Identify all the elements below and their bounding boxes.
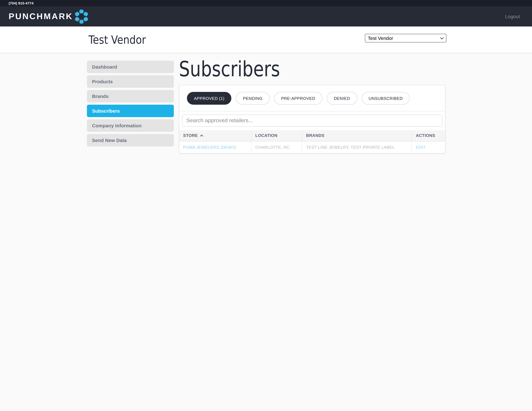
location-cell: CHARLOTTE, NC bbox=[251, 141, 302, 153]
vendor-select-value: Test Vendor bbox=[368, 36, 438, 41]
search-section bbox=[179, 111, 445, 130]
search-input[interactable] bbox=[182, 115, 442, 127]
edit-link[interactable]: EDIT bbox=[412, 141, 445, 153]
sidebar-item-brands[interactable]: Brands bbox=[87, 90, 174, 102]
top-phone-bar: (704) 910-4774 bbox=[0, 0, 532, 6]
punchmark-logo-icon bbox=[75, 9, 88, 24]
filter-denied[interactable]: DENIED bbox=[327, 92, 357, 105]
column-header-store[interactable]: STORE bbox=[179, 130, 251, 141]
filter-approved[interactable]: APPROVED (1) bbox=[187, 92, 231, 105]
phone-number: (704) 910-4774 bbox=[9, 1, 34, 5]
brand-logo[interactable]: PUNCHMARK bbox=[9, 9, 88, 24]
brand-wordmark: PUNCHMARK bbox=[9, 11, 73, 21]
brands-cell: TEST LINE JEWELRY, TEST PRIVATE LABEL bbox=[302, 141, 412, 153]
column-header-actions: ACTIONS bbox=[412, 130, 445, 141]
chevron-down-icon bbox=[440, 37, 444, 40]
page-title: Subscribers bbox=[179, 58, 280, 80]
subscribers-card: APPROVED (1) PENDING PRE-APPROVED DENIED… bbox=[179, 85, 446, 154]
sidebar-item-subscribers[interactable]: Subscribers bbox=[87, 105, 174, 117]
sidebar-nav: Dashboard Products Brands Subscribers Co… bbox=[87, 61, 174, 149]
sidebar-item-company-information[interactable]: Company Information bbox=[87, 119, 174, 132]
column-header-location[interactable]: LOCATION bbox=[251, 130, 302, 141]
sidebar-item-send-new-data[interactable]: Send New Data bbox=[87, 134, 174, 146]
filter-pending[interactable]: PENDING bbox=[236, 92, 270, 105]
filter-unsubscribed[interactable]: UNSUBSCRIBED bbox=[361, 92, 410, 105]
sidebar-item-products[interactable]: Products bbox=[87, 75, 174, 88]
subscribers-table: STORE LOCATION BRANDS ACTIONS P bbox=[179, 130, 445, 153]
table-row: PUMA JEWELERS (DEMO) CHARLOTTE, NC TEST … bbox=[179, 141, 445, 153]
column-header-brands[interactable]: BRANDS bbox=[302, 130, 412, 141]
store-link[interactable]: PUMA JEWELERS (DEMO) bbox=[179, 141, 251, 153]
vendor-select[interactable]: Test Vendor bbox=[365, 34, 446, 42]
vendor-title: Test Vendor bbox=[88, 33, 146, 46]
filter-pre-approved[interactable]: PRE-APPROVED bbox=[274, 92, 322, 105]
sidebar-item-dashboard[interactable]: Dashboard bbox=[87, 61, 174, 73]
main-content: Subscribers APPROVED (1) PENDING PRE-APP… bbox=[179, 58, 446, 154]
page-header: Test Vendor bbox=[0, 27, 532, 53]
filter-pills-row: APPROVED (1) PENDING PRE-APPROVED DENIED… bbox=[179, 85, 445, 111]
table-header-row: STORE LOCATION BRANDS ACTIONS bbox=[179, 130, 445, 141]
column-header-store-label: STORE bbox=[183, 133, 198, 138]
navbar: PUNCHMARK Logout bbox=[0, 6, 532, 27]
sort-asc-icon bbox=[200, 134, 204, 137]
vendor-portal-page: (704) 910-4774 PUNCHMARK Logout Test Ven… bbox=[0, 0, 532, 411]
logout-link[interactable]: Logout bbox=[505, 14, 520, 19]
